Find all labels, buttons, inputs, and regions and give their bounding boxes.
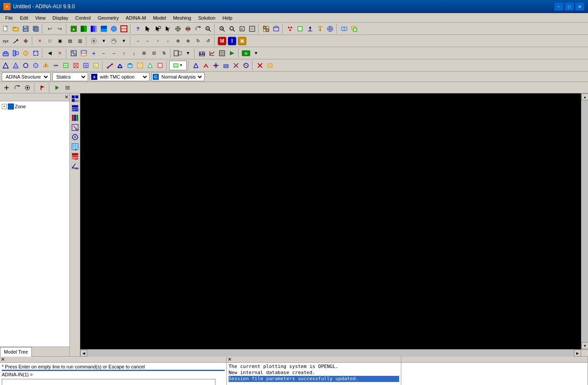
r4-struct5[interactable] (145, 61, 155, 70)
zoom-center-button[interactable] (247, 24, 257, 34)
menu-geometry[interactable]: Geometry (94, 14, 122, 21)
pb-flag-btn[interactable] (38, 83, 47, 93)
tree-expand-zone[interactable]: + (2, 104, 7, 109)
menu-control[interactable]: Control (72, 14, 94, 21)
i-btn[interactable]: I (227, 36, 237, 46)
pb-circle-btn[interactable] (23, 83, 32, 93)
scroll-up-button[interactable]: ▲ (581, 93, 588, 100)
r4-t6[interactable] (51, 61, 61, 70)
zoom-out-button[interactable]: - (227, 24, 237, 34)
r3-cross[interactable]: ✕ (55, 48, 65, 58)
menu-help[interactable]: Help (219, 14, 236, 21)
r4-t1[interactable] (1, 61, 10, 70)
section-button[interactable] (339, 24, 349, 34)
r2-g3[interactable]: ↑ (153, 36, 163, 46)
pick-btn[interactable] (11, 36, 21, 46)
zoom-box-button[interactable]: + (203, 24, 213, 34)
command-input[interactable] (2, 379, 215, 385)
r2-g1[interactable]: → (133, 36, 143, 46)
r3-t2[interactable] (11, 48, 21, 58)
r2-g5[interactable]: ⊕ (173, 36, 183, 46)
tb-red-1[interactable] (119, 24, 129, 34)
analysis-dropdown[interactable]: Statics Dynamics Frequency (54, 73, 87, 81)
r4-struct6[interactable] (155, 61, 165, 70)
att2-icon-btn[interactable]: AT2 (71, 152, 79, 161)
mesh-icon-btn[interactable]: ||| (71, 142, 79, 151)
r4-t8[interactable] (71, 61, 81, 70)
r4-struct2[interactable] (115, 61, 125, 70)
menu-model[interactable]: Model (150, 14, 170, 21)
r2-arrow-2[interactable]: ▼ (119, 36, 129, 46)
scroll-horizontal-track[interactable] (87, 350, 574, 357)
bc-button[interactable] (305, 24, 315, 34)
help-toolbar-button[interactable]: ? (133, 24, 143, 34)
r2-t3[interactable]: ▣ (55, 36, 65, 46)
menu-solution[interactable]: Solution (195, 14, 219, 21)
group-button[interactable] (349, 24, 359, 34)
r4-t3[interactable] (21, 61, 31, 70)
r2-g2[interactable]: ← (143, 36, 153, 46)
panel-close-btn[interactable]: ✕ (65, 94, 68, 100)
m-btn[interactable]: M (217, 36, 227, 46)
r3-contract[interactable]: ⊟ (149, 48, 159, 58)
pb-rotate-btn[interactable] (12, 83, 22, 93)
redo-button[interactable]: ↪ (55, 24, 65, 34)
wire-display-button[interactable] (271, 24, 281, 34)
close-button[interactable]: ✕ (575, 2, 585, 11)
r3-arrow-dd[interactable]: ▼ (183, 48, 193, 58)
tb-green-2[interactable] (79, 24, 89, 34)
r3-view2[interactable] (79, 48, 89, 58)
tb-green-1[interactable]: A (69, 24, 79, 34)
save-all-button[interactable] (31, 24, 41, 34)
r3-plot2[interactable] (207, 48, 217, 58)
r3-anim[interactable] (227, 48, 237, 58)
minimize-button[interactable]: − (554, 2, 564, 11)
r2-arrow-1[interactable]: ▼ (99, 36, 109, 46)
ang-icon-btn[interactable]: ANG (71, 162, 79, 170)
load-button[interactable] (315, 24, 325, 34)
undo-button[interactable]: ↩ (45, 24, 55, 34)
analysis-type-dropdown-wrapper[interactable]: C Normal Analysis Restart Analysis (151, 72, 205, 81)
tb-blue-1[interactable] (89, 24, 99, 34)
pb-play-btn[interactable] (52, 83, 62, 93)
tb-circle[interactable] (109, 24, 119, 34)
r4-struct1[interactable] (105, 61, 115, 70)
option-dropdown-wrapper[interactable]: a with TMC option without TMC option (90, 72, 150, 81)
menu-display[interactable]: Display (49, 14, 72, 21)
r4-t5[interactable] (41, 61, 51, 70)
r3-view1[interactable] (69, 48, 79, 58)
r2-circle-2[interactable] (109, 36, 119, 46)
crosshair-button[interactable] (173, 24, 183, 34)
module-dropdown[interactable]: ADINA Structure ADINA CFD ADINA TMC (3, 73, 49, 81)
select-button[interactable] (153, 24, 163, 34)
tb-blue-2[interactable] (99, 24, 109, 34)
r2-g8[interactable]: ↺ (203, 36, 213, 46)
coord-btn[interactable]: xyz (1, 36, 10, 46)
r3-arrow-d[interactable]: ↓ (129, 48, 139, 58)
zoom-cursor-button[interactable]: + (163, 24, 173, 34)
r4-c3[interactable] (211, 61, 221, 70)
maximize-button[interactable]: □ (564, 2, 574, 11)
r4-c4[interactable]: AB (221, 61, 231, 70)
r3-frame1[interactable] (173, 48, 183, 58)
r4-delete[interactable] (255, 61, 265, 70)
r4-c6[interactable] (241, 61, 251, 70)
rotate2-button[interactable] (193, 24, 203, 34)
pb-move-btn[interactable] (2, 83, 11, 93)
mesh-display-button[interactable] (261, 24, 271, 34)
menu-meshing[interactable]: Meshing (170, 14, 195, 21)
inv-icon-btn[interactable]: INV (71, 123, 79, 132)
r4-c5[interactable] (231, 61, 241, 70)
r3-arrow-l[interactable]: ← (99, 48, 109, 58)
r3-t4[interactable] (31, 48, 41, 58)
r4-struct4[interactable] (135, 61, 145, 70)
r4-t9[interactable]: N (81, 61, 91, 70)
snap-btn[interactable] (21, 36, 31, 46)
zoom-fit-button[interactable]: fit (237, 24, 247, 34)
r2-g6[interactable]: ⊗ (183, 36, 193, 46)
module-dropdown-wrapper[interactable]: ADINA Structure ADINA CFD ADINA TMC (2, 72, 51, 81)
r2-t4[interactable]: ▤ (65, 36, 75, 46)
r4-struct3[interactable] (125, 61, 135, 70)
menu-file[interactable]: File (2, 14, 17, 21)
r2-g4[interactable]: ↓ (163, 36, 173, 46)
